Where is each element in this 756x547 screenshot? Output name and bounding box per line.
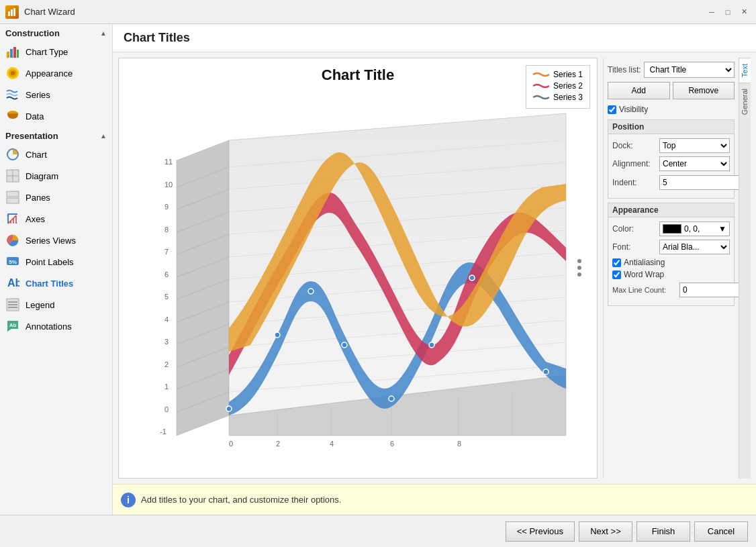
svg-point-81: [429, 342, 434, 348]
chart-svg-wrapper: 11 10 9 8 7 6 5 4 3 2 1 0 -1 0: [119, 84, 597, 478]
sidebar-item-label-chart: Chart: [26, 150, 47, 160]
cancel-button[interactable]: Cancel: [694, 521, 748, 542]
sidebar-item-label-point-labels: Point Labels: [26, 257, 74, 267]
alignment-row: Alignment: Center Left Right: [612, 156, 730, 171]
antialiasing-label: Antialiasing: [624, 258, 665, 267]
right-panel: Titles list: Chart Title Add Remove Visi…: [603, 58, 751, 479]
previous-button[interactable]: << Previous: [506, 521, 575, 542]
legend-item-3: Series 3: [533, 93, 583, 102]
tab-general[interactable]: General: [739, 83, 751, 120]
appearance-section-body: Color: 0, 0, ▼ Font:: [608, 217, 734, 305]
max-line-count-input[interactable]: [679, 283, 739, 297]
max-line-count-label: Max Line Count:: [612, 286, 679, 294]
chart-svg: 11 10 9 8 7 6 5 4 3 2 1 0 -1 0: [130, 107, 586, 456]
indent-input[interactable]: [659, 175, 739, 190]
appearance-icon: [5, 66, 20, 81]
svg-point-9: [11, 71, 15, 75]
diagram-icon: [5, 168, 20, 183]
svg-point-83: [577, 266, 581, 270]
legend-item-2: Series 2: [533, 81, 583, 91]
sidebar-item-label-series: Series: [26, 90, 50, 100]
sidebar-item-chart[interactable]: Chart: [0, 144, 112, 165]
sidebar-item-annotations[interactable]: Ab Annotations: [0, 315, 112, 337]
minimize-button[interactable]: ─: [705, 5, 718, 19]
font-control: Arial Bla...: [659, 240, 730, 254]
antialiasing-checkbox[interactable]: [612, 258, 621, 267]
add-button[interactable]: Add: [608, 82, 670, 99]
footer: << Previous Next >> Finish Cancel: [0, 515, 756, 547]
svg-text:8: 8: [457, 440, 461, 448]
sidebar-item-data[interactable]: Data: [0, 105, 112, 127]
svg-text:5%: 5%: [9, 259, 17, 265]
font-select[interactable]: Arial Bla...: [659, 240, 730, 254]
sidebar-item-series-views[interactable]: Series Views: [0, 230, 112, 251]
svg-text:7: 7: [164, 248, 169, 256]
svg-rect-1: [11, 9, 13, 16]
sidebar-item-label-annotations: Annotations: [26, 321, 72, 332]
sidebar-item-label-series-views: Series Views: [26, 236, 76, 246]
remove-button[interactable]: Remove: [673, 82, 735, 99]
svg-point-75: [308, 289, 314, 294]
info-bar: i Add titles to your chart, and customiz…: [113, 484, 756, 515]
color-control: 0, 0, ▼: [659, 221, 730, 236]
sidebar-item-chart-type[interactable]: Chart Type: [0, 41, 112, 62]
svg-point-84: [577, 272, 581, 277]
word-wrap-label: Word Wrap: [624, 270, 664, 279]
titles-list-select[interactable]: Chart Title: [644, 62, 735, 78]
point-labels-icon: 5%: [5, 254, 20, 269]
word-wrap-checkbox[interactable]: [612, 270, 621, 279]
svg-marker-44: [177, 140, 229, 436]
data-icon: [5, 109, 20, 123]
indent-label: Indent:: [612, 178, 659, 187]
close-button[interactable]: ✕: [737, 5, 751, 19]
tab-text[interactable]: Text: [739, 58, 751, 83]
window-controls: ─ □ ✕: [705, 5, 751, 19]
maximize-button[interactable]: □: [721, 5, 735, 19]
svg-point-78: [543, 369, 549, 375]
sidebar-item-label-chart-titles: Chart Titles: [26, 279, 73, 289]
alignment-select[interactable]: Center Left Right: [659, 156, 730, 171]
color-swatch[interactable]: 0, 0, ▼: [659, 221, 730, 236]
content-area: Chart Titles Chart Title Series 1 Series…: [113, 24, 756, 515]
construction-label: Construction: [5, 28, 60, 38]
sidebar-item-series[interactable]: Series: [0, 84, 112, 105]
font-row: Font: Arial Bla...: [612, 240, 730, 254]
sidebar-item-label-data: Data: [26, 111, 44, 121]
sidebar-item-legend[interactable]: Legend: [0, 294, 112, 315]
presentation-label: Presentation: [5, 131, 58, 141]
window-title: Chart Wizard: [24, 7, 705, 17]
position-section: Position Dock: Top Bottom Left Right: [608, 119, 735, 199]
sidebar-item-chart-titles[interactable]: Ab Chart Titles: [0, 272, 112, 294]
legend-label-3: Series 3: [553, 93, 583, 102]
position-section-body: Dock: Top Bottom Left Right: [608, 134, 734, 198]
annotations-icon: Ab: [5, 319, 20, 334]
svg-rect-4: [10, 49, 13, 58]
chart-icon: [5, 147, 20, 162]
sidebar-item-point-labels[interactable]: 5% Point Labels: [0, 251, 112, 272]
main-content: Chart Title Series 1 Series 2 Series 3: [113, 52, 756, 484]
series-views-icon: [5, 233, 20, 248]
sidebar-item-axes[interactable]: Axes: [0, 208, 112, 230]
finish-button[interactable]: Finish: [636, 521, 690, 542]
svg-text:1: 1: [164, 383, 169, 391]
svg-point-77: [469, 275, 475, 281]
svg-point-74: [226, 406, 232, 411]
svg-text:11: 11: [164, 158, 173, 166]
visibility-checkbox[interactable]: [608, 105, 616, 114]
indent-control: ▲ ▼: [659, 175, 739, 191]
presentation-chevron: ▲: [100, 132, 107, 140]
sidebar-item-label-panes: Panes: [26, 193, 50, 203]
dock-label: Dock:: [612, 141, 659, 150]
svg-text:8: 8: [164, 226, 169, 234]
sidebar-item-panes[interactable]: Panes: [0, 187, 112, 208]
add-remove-row: Add Remove: [608, 82, 735, 99]
dock-select[interactable]: Top Bottom Left Right: [659, 138, 730, 153]
next-button[interactable]: Next >>: [579, 521, 632, 542]
titles-list-label: Titles list:: [608, 65, 641, 74]
svg-text:Ab: Ab: [9, 322, 17, 328]
legend-label-2: Series 2: [553, 81, 583, 91]
appearance-section-title: Appearance: [608, 203, 734, 217]
sidebar-item-diagram[interactable]: Diagram: [0, 165, 112, 187]
svg-text:6: 6: [390, 440, 394, 448]
sidebar-item-appearance[interactable]: Appearance: [0, 62, 112, 84]
